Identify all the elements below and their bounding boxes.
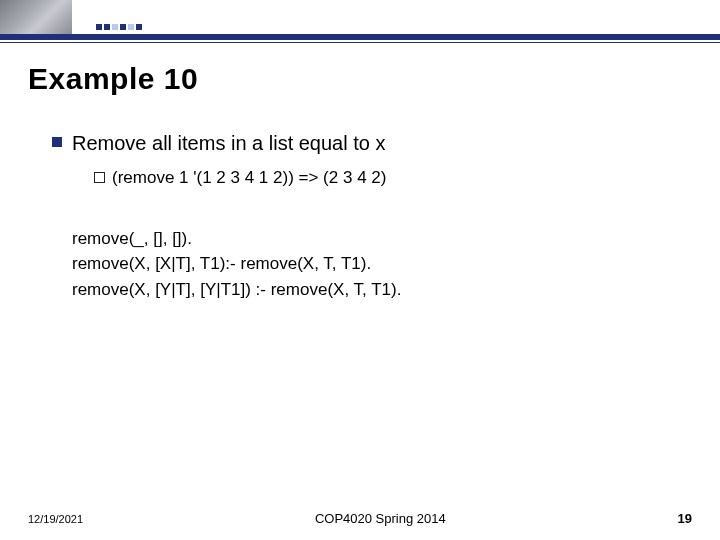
bullet-list-level1: Remove all items in a list equal to x (r…: [28, 130, 692, 190]
bullet-list-level2: (remove 1 '(1 2 3 4 1 2)) => (2 3 4 2): [72, 167, 692, 190]
bullet-item: Remove all items in a list equal to x (r…: [52, 130, 692, 190]
bullet-subitem: (remove 1 '(1 2 3 4 1 2)) => (2 3 4 2): [94, 167, 692, 190]
banner-decor-boxes: [96, 24, 142, 30]
banner-image: [0, 0, 72, 34]
slide-title: Example 10: [28, 62, 692, 96]
footer-course: COP4020 Spring 2014: [315, 511, 446, 526]
code-block: remove(_, [], []). remove(X, [X|T], T1):…: [28, 226, 692, 303]
slide-footer: 12/19/2021 COP4020 Spring 2014 19: [0, 511, 720, 526]
banner-rule-thick: [0, 34, 720, 40]
footer-date: 12/19/2021: [28, 513, 83, 525]
bullet-subtext: (remove 1 '(1 2 3 4 1 2)) => (2 3 4 2): [112, 168, 386, 187]
slide-content: Example 10 Remove all items in a list eq…: [0, 48, 720, 302]
code-line: remove(X, [Y|T], [Y|T1]) :- remove(X, T,…: [72, 277, 692, 303]
bullet-text: Remove all items in a list equal to x: [72, 132, 385, 154]
slide-banner: [0, 0, 720, 48]
code-line: remove(_, [], []).: [72, 226, 692, 252]
code-line: remove(X, [X|T], T1):- remove(X, T, T1).: [72, 251, 692, 277]
footer-page-number: 19: [678, 511, 692, 526]
banner-rule-thin: [0, 42, 720, 43]
